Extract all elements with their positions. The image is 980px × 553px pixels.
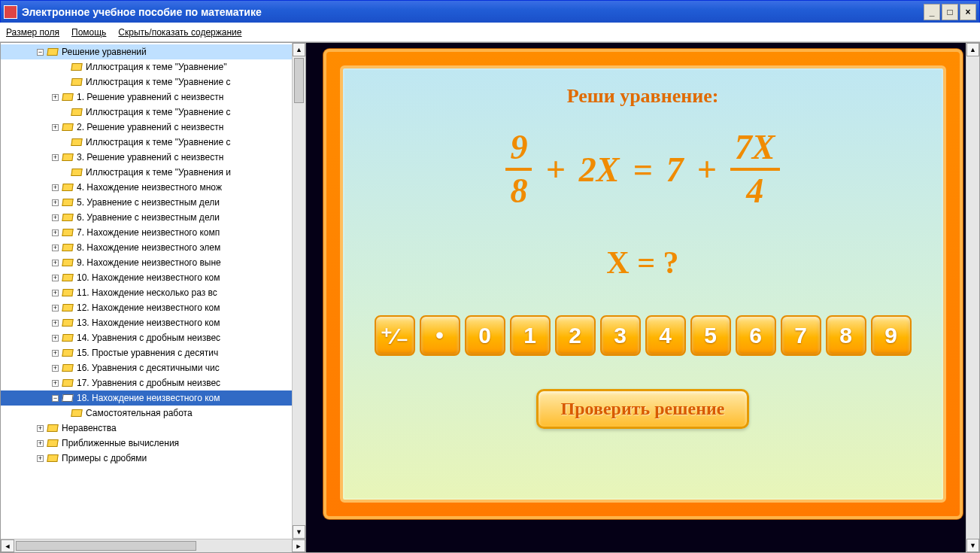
book-icon — [62, 153, 73, 161]
content-vscrollbar[interactable]: ▲ ▼ — [966, 43, 979, 552]
tree-item[interactable]: + 12. Нахождение неизвестного ком — [1, 300, 292, 315]
expand-icon[interactable]: + — [52, 94, 59, 101]
tree-item[interactable]: + 13. Нахождение неизвестного ком — [1, 315, 292, 330]
tree-item[interactable]: + 15. Простые уравнения с десятич — [1, 345, 292, 360]
tree-item[interactable]: + 6. Уравнение с неизвестным дели — [1, 210, 292, 225]
tree-item[interactable]: + 8. Нахождение неизвестного элем — [1, 240, 292, 255]
expand-icon[interactable]: + — [52, 365, 59, 372]
tree-item[interactable]: + 3. Решение уравнений с неизвестн — [1, 150, 292, 165]
menu-help[interactable]: Помощь — [71, 27, 106, 38]
tree-hscrollbar[interactable]: ◄ ► — [1, 539, 305, 552]
tree-item-label: 10. Нахождение неизвестного ком — [77, 272, 220, 283]
tree-item[interactable]: + 14. Уравнения с дробным неизвес — [1, 330, 292, 345]
keypad-key-5[interactable]: 3 — [600, 315, 641, 356]
tree-item[interactable]: + 4. Нахождение неизвестного множ — [1, 180, 292, 195]
tree-item[interactable]: Иллюстрация к теме "Уравнение с — [1, 135, 292, 150]
tree-section[interactable]: + Неравенства — [1, 421, 292, 436]
expand-icon[interactable]: + — [52, 154, 59, 161]
keypad-key-6[interactable]: 4 — [645, 315, 686, 356]
tree-item[interactable]: Иллюстрация к теме "Уравнение" — [1, 59, 292, 74]
keypad-key-3[interactable]: 1 — [510, 315, 551, 356]
expand-icon[interactable]: + — [52, 380, 59, 387]
expand-icon[interactable]: + — [52, 290, 59, 296]
tree-item-label: 14. Уравнения с дробным неизвес — [77, 333, 220, 343]
expand-icon[interactable]: + — [52, 275, 59, 281]
keypad-key-11[interactable]: 9 — [871, 315, 912, 356]
book-icon — [47, 424, 58, 432]
scroll-left-icon[interactable]: ◄ — [1, 539, 14, 552]
tree-item-label: 6. Уравнение с неизвестным дели — [77, 212, 220, 223]
tree-item[interactable]: + 17. Уравнения с дробным неизвес — [1, 375, 292, 390]
expand-icon[interactable]: + — [52, 184, 59, 191]
tree-section-label: Неравенства — [62, 423, 117, 433]
menu-toggle-toc[interactable]: Скрыть/показать содержание — [118, 27, 241, 38]
expand-icon[interactable]: + — [52, 229, 59, 236]
vscroll-thumb[interactable] — [294, 58, 304, 103]
book-icon — [71, 169, 82, 176]
keypad-key-1[interactable]: • — [420, 315, 460, 356]
tree-item[interactable]: + 1. Решение уравнений с неизвестн — [1, 90, 292, 105]
keypad-key-7[interactable]: 5 — [690, 315, 731, 356]
toc-tree[interactable]: − Решение уравнений Иллюстрация к теме "… — [1, 43, 292, 539]
tree-item[interactable]: − 18. Нахождение неизвестного ком — [1, 390, 292, 406]
tree-item[interactable]: + 7. Нахождение неизвестного комп — [1, 225, 292, 240]
expand-icon[interactable]: + — [37, 440, 44, 447]
tree-item[interactable]: + 2. Решение уравнений с неизвестн — [1, 120, 292, 135]
tree-item[interactable]: + 11. Нахождение несколько раз вс — [1, 285, 292, 300]
fraction-2: 7X 4 — [730, 130, 780, 208]
tree-section[interactable]: − Решение уравнений — [1, 44, 292, 59]
expand-icon[interactable]: + — [52, 124, 59, 131]
keypad-key-2[interactable]: 0 — [465, 315, 505, 356]
app-icon — [4, 5, 17, 19]
keypad-key-10[interactable]: 8 — [826, 315, 866, 356]
tree-item[interactable]: Иллюстрация к теме "Уравнение с — [1, 105, 292, 120]
collapse-icon[interactable]: − — [37, 49, 44, 56]
fraction-1: 9 8 — [505, 130, 532, 208]
tree-vscrollbar[interactable]: ▲ ▼ — [292, 43, 305, 539]
expand-icon[interactable]: + — [52, 245, 59, 251]
tree-item[interactable]: Иллюстрация к теме "Уравнение с — [1, 74, 292, 90]
close-button[interactable]: × — [960, 4, 976, 20]
keypad-key-8[interactable]: 6 — [736, 315, 776, 356]
menubar: Размер поля Помощь Скрыть/показать содер… — [0, 23, 980, 42]
expand-icon[interactable]: − — [52, 395, 59, 402]
tree-item[interactable]: + 5. Уравнение с неизвестным дели — [1, 195, 292, 210]
hscroll-thumb[interactable] — [16, 541, 196, 551]
menu-field-size[interactable]: Размер поля — [6, 27, 59, 38]
tree-item[interactable]: + 10. Нахождение неизвестного ком — [1, 270, 292, 285]
book-icon — [71, 78, 82, 86]
tree-item-label: 1. Решение уравнений с неизвестн — [77, 92, 223, 102]
scroll-down-icon[interactable]: ▼ — [293, 525, 305, 539]
expand-icon[interactable]: + — [52, 260, 59, 266]
window-title: Электронное учебное пособие по математик… — [22, 6, 924, 18]
tree-section[interactable]: + Приближенные вычисления — [1, 436, 292, 451]
expand-icon[interactable]: + — [52, 335, 59, 342]
keypad-key-9[interactable]: 7 — [781, 315, 821, 356]
scroll-right-icon[interactable]: ► — [292, 539, 305, 552]
tree-item[interactable]: + 16. Уравнения с десятичными чис — [1, 360, 292, 375]
tree-item[interactable]: + 9. Нахождение неизвестного выне — [1, 255, 292, 270]
content-scroll-up-icon[interactable]: ▲ — [966, 43, 979, 56]
maximize-button[interactable]: □ — [942, 4, 958, 20]
tree-item[interactable]: Самостоятельная работа — [1, 406, 292, 421]
expand-icon[interactable]: + — [52, 199, 59, 206]
expand-icon[interactable]: + — [52, 350, 59, 357]
scroll-up-icon[interactable]: ▲ — [293, 43, 305, 56]
expand-icon[interactable]: + — [52, 320, 59, 327]
check-solution-button[interactable]: Проверить решение — [536, 389, 750, 429]
content-area: Реши уравнение: 9 8 + 2X = 7 + 7X — [306, 42, 980, 553]
expand-icon[interactable]: + — [37, 455, 44, 462]
content-scroll-down-icon[interactable]: ▼ — [966, 539, 979, 552]
tree-section[interactable]: + Примеры с дробями — [1, 451, 292, 466]
expand-icon[interactable]: + — [52, 305, 59, 311]
keypad-key-0[interactable]: ⁺∕₋ — [375, 315, 415, 356]
tree-item-label: Иллюстрация к теме "Уравнение" — [86, 62, 226, 72]
expand-icon[interactable]: + — [37, 425, 44, 432]
titlebar: Электронное учебное пособие по математик… — [0, 0, 980, 23]
minimize-button[interactable]: _ — [924, 4, 940, 20]
expand-icon[interactable]: + — [52, 214, 59, 221]
tree-item[interactable]: Иллюстрация к теме "Уравнения и — [1, 165, 292, 180]
term-2x: 2X — [579, 150, 620, 190]
keypad-key-4[interactable]: 2 — [555, 315, 596, 356]
book-icon — [47, 48, 58, 56]
